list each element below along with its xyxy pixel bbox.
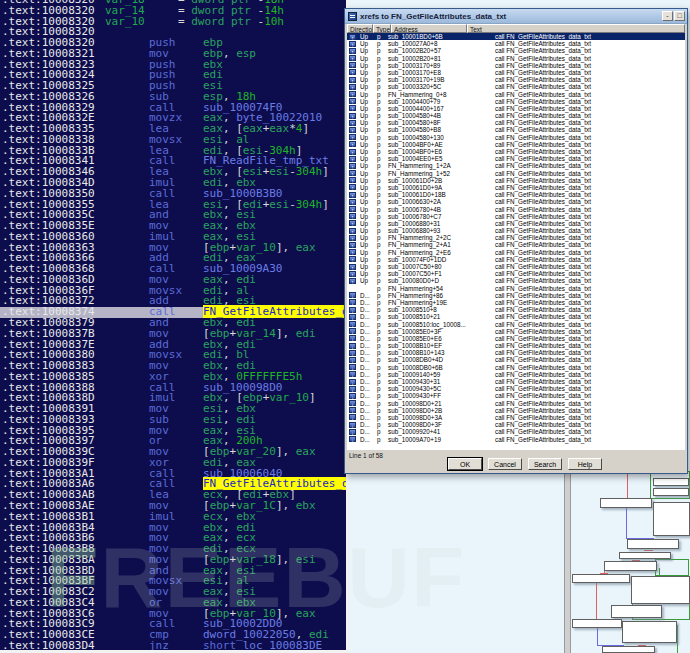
xref-row[interactable]: ↓D...psub_100098D0+3Fcall FN_GetFileAttr… bbox=[347, 421, 685, 428]
xref-row[interactable]: ↑Uppsub_10004580+130call FN_GetFileAttri… bbox=[347, 134, 685, 141]
xref-row[interactable]: ↓D...psub_10009920+41call FN_GetFileAttr… bbox=[347, 428, 685, 435]
xref-row[interactable]: ↑Uppsub_10004400+167call FN_GetFileAttri… bbox=[347, 105, 685, 112]
xref-row[interactable]: ↑Uppsub_10003320+5Ccall FN_GetFileAttrib… bbox=[347, 83, 685, 90]
minimize-button[interactable]: - bbox=[662, 11, 673, 21]
xref-row[interactable]: ↑Uppsub_10004580+B8call FN_GetFileAttrib… bbox=[347, 126, 685, 133]
xref-row[interactable]: ↑Uppsub_10004580+4Bcall FN_GetFileAttrib… bbox=[347, 112, 685, 119]
xref-row[interactable]: ↑Uppsub_10002B20+57call FN_GetFileAttrib… bbox=[347, 47, 685, 54]
xref-text: call FN_GetFileAttributes_data_txt bbox=[495, 249, 591, 256]
xref-row[interactable]: ↑Uppsub_10003170+E8call FN_GetFileAttrib… bbox=[347, 69, 685, 76]
xref-row[interactable]: ↓D...psub_100085E0+E6call FN_GetFileAttr… bbox=[347, 335, 685, 342]
xref-row[interactable]: ↑UppFN_Hammering_2+A1call FN_GetFileAttr… bbox=[347, 241, 685, 248]
xref-row[interactable]: ↓D...psub_10008B10+EFcall FN_GetFileAttr… bbox=[347, 342, 685, 349]
column-header-type[interactable]: Type bbox=[373, 24, 391, 33]
xref-row[interactable]: ↑Uppsub_100061D0+9Acall FN_GetFileAttrib… bbox=[347, 184, 685, 191]
xref-row[interactable]: ↑Uppsub_10003170+89call FN_GetFileAttrib… bbox=[347, 62, 685, 69]
xref-text: call FN_GetFileAttributes_data_txt bbox=[495, 55, 591, 62]
xref-row[interactable]: ↑UppFN_Hammering_2+2Ccall FN_GetFileAttr… bbox=[347, 234, 685, 241]
xref-row[interactable]: ↓D...psub_10008510+21call FN_GetFileAttr… bbox=[347, 313, 685, 320]
disassembly-pane[interactable]: .text:10008320var_18= dword ptr -18h.tex… bbox=[0, 0, 349, 653]
xref-row[interactable]: pFN_Hammering+54call FN_GetFileAttribute… bbox=[347, 285, 685, 292]
xref-row[interactable]: ↑Uppsub_100027A0+8call FN_GetFileAttribu… bbox=[347, 40, 685, 47]
graph-node[interactable] bbox=[600, 498, 652, 508]
xref-row[interactable]: ↑UppFN_Hammering_1+52call FN_GetFileAttr… bbox=[347, 170, 685, 177]
xref-row[interactable]: ↓D...psub_10009430+FFcall FN_GetFileAttr… bbox=[347, 392, 685, 399]
xref-row[interactable]: ↓D...psub_10009430+31call FN_GetFileAttr… bbox=[347, 378, 685, 385]
graph-node[interactable] bbox=[631, 576, 690, 604]
xref-row[interactable]: ↑Uppsub_10004BF0+E6call FN_GetFileAttrib… bbox=[347, 148, 685, 155]
xref-row[interactable]: ↑Uppsub_10006880+93call FN_GetFileAttrib… bbox=[347, 227, 685, 234]
xref-row[interactable]: ↓D...psub_10008DB0+4Dcall FN_GetFileAttr… bbox=[347, 356, 685, 363]
graph-node[interactable] bbox=[602, 646, 655, 653]
xref-row[interactable]: ↑Uppsub_10007C50+F1call FN_GetFileAttrib… bbox=[347, 270, 685, 277]
xref-address: sub_10004BF0+AE bbox=[388, 141, 443, 148]
xref-address: sub_100085E0+E6 bbox=[388, 335, 442, 342]
xref-row[interactable]: ↓D...pFN_Hammering+19Ecall FN_GetFileAtt… bbox=[347, 299, 685, 306]
graph-node[interactable] bbox=[627, 539, 679, 549]
up-arrow-icon: ↑ bbox=[349, 184, 356, 190]
pane-splitter[interactable] bbox=[564, 470, 571, 653]
xref-row[interactable]: ↓D...psub_100098D0+2Bcall FN_GetFileAttr… bbox=[347, 407, 685, 414]
xref-row[interactable]: ↓D...psub_100085E0+3Fcall FN_GetFileAttr… bbox=[347, 328, 685, 335]
xref-row[interactable]: ↓D...pFN_Hammering+86call FN_GetFileAttr… bbox=[347, 292, 685, 299]
xref-row[interactable]: ↓D...psub_10008DB0+6Bcall FN_GetFileAttr… bbox=[347, 364, 685, 371]
xref-text: call FN_GetFileAttributes_data_txt bbox=[495, 392, 591, 399]
column-header-address[interactable]: Address bbox=[391, 24, 467, 33]
xref-direction: Up bbox=[360, 155, 368, 162]
graph-node[interactable] bbox=[611, 605, 662, 618]
graph-node[interactable] bbox=[572, 619, 622, 628]
search-button[interactable]: Search bbox=[528, 458, 562, 470]
xref-row[interactable]: ↓D...psub_100098D0+3Acall FN_GetFileAttr… bbox=[347, 414, 685, 421]
xref-row[interactable]: ↑Uppsub_10002B20+81call FN_GetFileAttrib… bbox=[347, 55, 685, 62]
xref-row[interactable]: ↑Uppsub_10004580+8Fcall FN_GetFileAttrib… bbox=[347, 119, 685, 126]
xref-row[interactable]: ↑Uppsub_10007C50+80call FN_GetFileAttrib… bbox=[347, 263, 685, 270]
xref-row[interactable]: ↑Uppsub_10004BF0+AEcall FN_GetFileAttrib… bbox=[347, 141, 685, 148]
graph-node[interactable] bbox=[622, 621, 677, 643]
cancel-button[interactable]: Cancel bbox=[488, 458, 522, 470]
ok-button[interactable]: OK bbox=[448, 458, 482, 470]
graph-overview-pane[interactable] bbox=[346, 470, 690, 653]
xref-row[interactable]: ↓D...psub_10008510+8call FN_GetFileAttri… bbox=[347, 306, 685, 313]
xref-row[interactable]: ↑Uppsub_10004EE0+E5call FN_GetFileAttrib… bbox=[347, 155, 685, 162]
maximize-button[interactable]: □ bbox=[674, 11, 685, 21]
xref-row[interactable]: ↑Uppsub_100074F0+1DDcall FN_GetFileAttri… bbox=[347, 256, 685, 263]
xref-row[interactable]: ↑Uppsub_10003170+19Bcall FN_GetFileAttri… bbox=[347, 76, 685, 83]
column-header-direction[interactable]: Direction bbox=[347, 24, 373, 33]
xref-row[interactable]: ↑Uppsub_10004400+79call FN_GetFileAttrib… bbox=[347, 98, 685, 105]
xref-text: call FN_GetFileAttributes_data_txt bbox=[495, 112, 591, 119]
xrefs-table[interactable]: ↑Uppsub_10001BD0+6Bcall FN_GetFileAttrib… bbox=[347, 33, 685, 450]
xref-row[interactable]: ↓D...psub_10008B10+143call FN_GetFileAtt… bbox=[347, 349, 685, 356]
xref-row-selected[interactable]: ↑Uppsub_10001BD0+6Bcall FN_GetFileAttrib… bbox=[347, 33, 685, 40]
xref-row[interactable]: ↓D...psub_10009A70+19call FN_GetFileAttr… bbox=[347, 436, 685, 443]
xref-row[interactable]: ↑UppFN_Hammering_2+E6call FN_GetFileAttr… bbox=[347, 249, 685, 256]
help-button[interactable]: Help bbox=[568, 458, 602, 470]
graph-node[interactable] bbox=[604, 561, 657, 571]
xref-type: p bbox=[377, 227, 381, 234]
xref-row[interactable]: ↑Uppsub_100061D0+18Bcall FN_GetFileAttri… bbox=[347, 191, 685, 198]
column-header-text[interactable]: Text bbox=[467, 24, 685, 33]
xref-type: p bbox=[377, 428, 381, 435]
graph-node[interactable] bbox=[653, 488, 689, 496]
graph-node[interactable] bbox=[572, 574, 630, 583]
xref-text: call FN_GetFileAttributes_data_txt bbox=[495, 378, 591, 385]
graph-node[interactable] bbox=[619, 552, 671, 559]
xref-row[interactable]: ↑Uppsub_100061D0+2Bcall FN_GetFileAttrib… bbox=[347, 177, 685, 184]
asm-line[interactable]: .text:100083D4jnzshort loc_100083DE bbox=[0, 641, 346, 652]
xref-row[interactable]: ↑Uppsub_10006880+31call FN_GetFileAttrib… bbox=[347, 220, 685, 227]
xref-row[interactable]: ↓D...psub_10009140+59call FN_GetFileAttr… bbox=[347, 371, 685, 378]
dialog-titlebar[interactable]: xrefs to FN_GetFileAttributes_data_txt -… bbox=[345, 9, 687, 24]
xref-row[interactable]: ↓D...psub_10008510:loc_10008...call FN_G… bbox=[347, 321, 685, 328]
xref-row[interactable]: ↑UppFN_Hammering_1+2Acall FN_GetFileAttr… bbox=[347, 162, 685, 169]
xref-row[interactable]: ↑Uppsub_10006780+4Bcall FN_GetFileAttrib… bbox=[347, 206, 685, 213]
graph-node[interactable] bbox=[653, 478, 689, 486]
xref-text: call FN_GetFileAttributes_data_txt bbox=[495, 277, 591, 284]
xref-row[interactable]: ↓D...psub_100098D0+21call FN_GetFileAttr… bbox=[347, 400, 685, 407]
xref-row[interactable]: ↑Uppsub_10006780+C7call FN_GetFileAttrib… bbox=[347, 213, 685, 220]
xref-row[interactable]: ↑Uppsub_100080D0+Dcall FN_GetFileAttribu… bbox=[347, 277, 685, 284]
xref-text: call FN_GetFileAttributes_data_txt bbox=[495, 342, 591, 349]
xref-row[interactable]: ↑Uppsub_10006630+2Acall FN_GetFileAttrib… bbox=[347, 198, 685, 205]
xref-row[interactable]: ↑UppFN_Hammering_0+8call FN_GetFileAttri… bbox=[347, 91, 685, 98]
xref-row[interactable]: ↓D...psub_10009430+5Ccall FN_GetFileAttr… bbox=[347, 385, 685, 392]
xref-type: p bbox=[377, 378, 381, 385]
graph-node[interactable] bbox=[653, 502, 690, 536]
